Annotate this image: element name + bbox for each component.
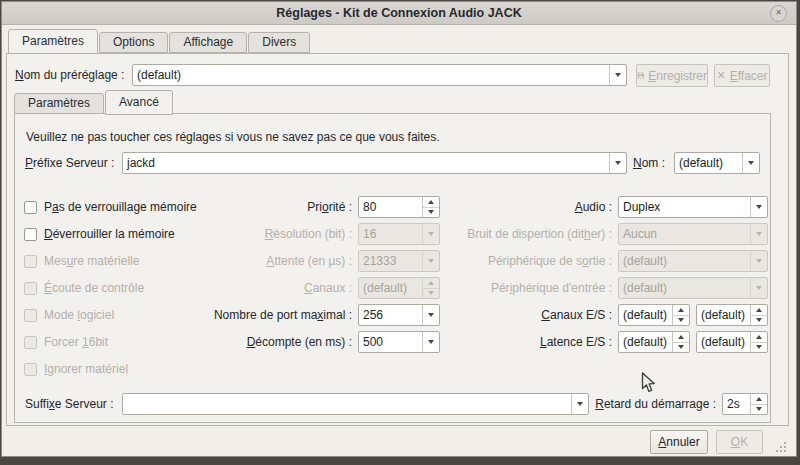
tab-label: Options [113,35,154,49]
spin-up-icon[interactable] [678,308,684,312]
audio-combobox[interactable]: Duplex [618,196,768,218]
server-suffix-value [123,394,571,414]
dither-value: Aucun [619,224,750,244]
tab-parametres-inner[interactable]: Paramètres [14,93,104,114]
tab-affichage[interactable]: Affichage [169,32,247,53]
checkbox[interactable] [24,228,37,241]
tab-avance[interactable]: Avancé [105,90,173,115]
server-prefix-value: jackd [123,153,609,173]
start-delay-label: Retard du démarrage : [562,393,716,415]
server-prefix-combobox[interactable]: jackd [122,152,627,174]
checkbox-label: Pas de verrouillage mémoire [44,200,197,214]
output-device-value: (default) [619,251,750,271]
x-icon: ✕ [716,69,725,82]
cancel-button[interactable]: Annuler [650,430,708,454]
spinner-buttons[interactable] [750,305,767,325]
checkbox-label: Déverrouiller la mémoire [44,227,175,241]
chevron-down-icon[interactable] [750,197,767,217]
chevron-down-icon [750,251,767,271]
resize-grip[interactable] [776,450,778,452]
spin-down-icon[interactable] [678,345,684,349]
preset-name-combobox[interactable]: (default) [132,64,627,86]
chevron-down-icon[interactable] [742,153,759,173]
tab-label: Paramètres [22,34,84,48]
server-name-value: (default) [675,153,742,173]
start-delay-spinbox[interactable]: 2s [722,393,768,415]
spin-up-icon[interactable] [756,397,762,401]
checkbox-label: Mode logiciel [44,308,114,322]
input-device-value: (default) [619,278,750,298]
spin-down-icon[interactable] [756,318,762,322]
spinner-buttons[interactable] [672,332,689,352]
titlebar[interactable]: Réglages - Kit de Connexion Audio JACK ✕ [2,2,796,25]
max-ports-value: 256 [359,305,422,325]
wordlength-label: Résolution (bit) : [182,223,352,245]
io-channels-out-spinbox[interactable]: (default) [696,304,768,326]
tab-label: Affichage [183,35,233,49]
ok-button-label: OK [731,435,748,449]
spin-up-icon[interactable] [756,308,762,312]
screen: Réglages - Kit de Connexion Audio JACK ✕… [0,0,800,465]
checkbox-row-hw-monitor: Écoute de contrôle [24,277,144,299]
checkbox-label: Écoute de contrôle [44,281,144,295]
checkbox-row-softmode: Mode logiciel [24,304,114,326]
io-latency-out-value: (default) [697,332,750,352]
outer-tab-bar: Paramètres Options Affichage Divers [8,29,311,53]
checkbox-label: Forcer 16bit [44,335,108,349]
io-latency-in-value: (default) [619,332,672,352]
checkbox [24,363,37,376]
max-ports-label: Nombre de port maximal : [182,304,352,326]
start-delay-value: 2s [723,394,750,414]
erase-button: ✕ Effacer [714,64,770,87]
checkbox [24,336,37,349]
settings-dialog: Réglages - Kit de Connexion Audio JACK ✕… [1,1,797,457]
spinner-buttons[interactable] [750,394,767,414]
spinner-buttons[interactable] [750,332,767,352]
spin-down-icon[interactable] [756,345,762,349]
output-device-combobox: (default) [618,250,768,272]
checkbox[interactable] [24,201,37,214]
chevron-down-icon[interactable] [609,65,626,85]
audio-label: Audio : [422,196,612,218]
output-device-label: Périphérique de sortie : [422,250,612,272]
priority-label: Priorité : [182,196,352,218]
checkbox-row-unlock-memory[interactable]: Déverrouiller la mémoire [24,223,175,245]
mouse-cursor [641,372,656,394]
checkbox [24,309,37,322]
io-channels-in-spinbox[interactable]: (default) [618,304,690,326]
checkbox [24,282,37,295]
server-prefix-label: Préfixe Serveur : [25,152,114,174]
preset-name-label: Nom du préréglage : [15,64,124,86]
wordlength-value: 16 [359,224,422,244]
spin-down-icon[interactable] [678,318,684,322]
chevron-down-icon[interactable] [609,153,626,173]
tab-divers[interactable]: Divers [248,32,310,53]
io-channels-label: Canaux E/S : [422,304,612,326]
spin-up-icon[interactable] [678,335,684,339]
server-name-combobox[interactable]: (default) [674,152,760,174]
io-channels-in-value: (default) [619,305,672,325]
channels-value: (default) [359,278,422,298]
spinner-buttons[interactable] [672,305,689,325]
checkbox-row-force16bit: Forcer 16bit [24,331,108,353]
tab-parametres[interactable]: Paramètres [8,29,98,54]
tab-label: Divers [262,35,296,49]
audio-value: Duplex [619,197,750,217]
tab-options[interactable]: Options [99,32,168,53]
preset-name-value: (default) [133,65,609,85]
checkbox-label: Mesure matérielle [44,254,139,268]
io-latency-out-spinbox[interactable]: (default) [696,331,768,353]
io-channels-out-value: (default) [697,305,750,325]
server-suffix-combobox[interactable] [122,393,589,415]
spin-up-icon[interactable] [756,335,762,339]
save-button: Enregistrer [636,64,708,87]
io-latency-in-spinbox[interactable]: (default) [618,331,690,353]
tab-label: Avancé [119,95,159,109]
timeout-value: 500 [359,332,422,352]
server-suffix-label: Suffixe Serveur : [25,393,114,415]
checkbox-row-memlock[interactable]: Pas de verrouillage mémoire [24,196,197,218]
spin-down-icon[interactable] [756,407,762,411]
priority-value: 80 [359,197,422,217]
dither-combobox: Aucun [618,223,768,245]
close-icon[interactable]: ✕ [770,5,787,22]
